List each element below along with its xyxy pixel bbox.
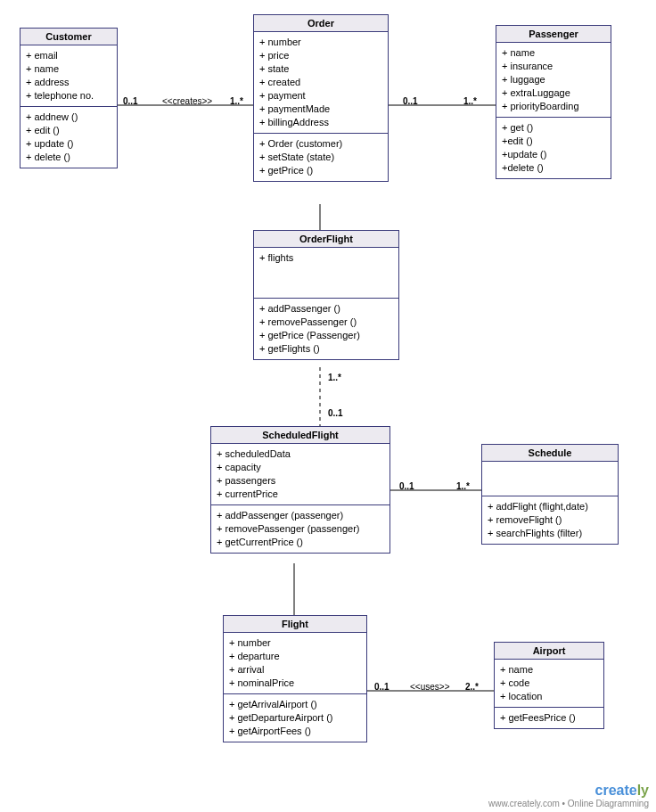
class-operations: + addFlight (flight,date) + removeFlight… (482, 496, 618, 544)
footer-tagline: www.creately.com • Online Diagramming (488, 799, 649, 808)
class-attributes: + flights (254, 248, 398, 299)
mult-of-sf-top: 1..* (328, 373, 341, 382)
stereo-uses: <<uses>> (410, 682, 449, 692)
brand-logo: creately (595, 783, 650, 798)
class-title: ScheduledFlight (211, 427, 390, 444)
class-operations: + get () +edit () +update () +delete () (496, 118, 611, 178)
mult-sf-schedule-right: 1..* (456, 481, 470, 491)
class-flight: Flight + number + departure + arrival + … (223, 615, 367, 742)
class-attributes: + number + price + state + created + pay… (254, 32, 388, 134)
mult-flight-airport-left: 0..1 (374, 682, 390, 692)
mult-customer-order-left: 0..1 (123, 96, 138, 106)
class-operations: + addPassenger (passenger) + removePasse… (211, 505, 390, 553)
class-operations: + addPassenger () + removePassenger () +… (254, 299, 398, 359)
class-attributes: + scheduledData + capacity + passengers … (211, 444, 390, 505)
class-operations: + Order (customer) + setState (state) + … (254, 134, 388, 181)
class-operations: + getFeesPrice () (495, 708, 603, 728)
class-title: Airport (495, 643, 603, 660)
mult-order-passenger-right: 1..* (463, 96, 477, 106)
class-title: Passenger (496, 26, 611, 43)
class-attributes: + number + departure + arrival + nominal… (224, 633, 366, 694)
class-title: Customer (20, 29, 117, 45)
class-passenger: Passenger + name + insurance + luggage +… (496, 25, 611, 179)
mult-flight-airport-right: 2..* (465, 682, 479, 692)
class-title: Schedule (482, 445, 618, 462)
mult-of-sf-bottom: 0..1 (328, 408, 343, 418)
class-orderflight: OrderFlight + flights + addPassenger () … (253, 230, 399, 360)
class-operations: + addnew () + edit () + update () + dele… (20, 107, 117, 168)
class-order: Order + number + price + state + created… (253, 14, 389, 182)
class-schedule: Schedule + addFlight (flight,date) + rem… (481, 444, 619, 545)
class-title: Flight (224, 616, 366, 633)
class-customer: Customer + email + name + address + tele… (20, 28, 118, 168)
class-airport: Airport + name + code + location + getFe… (494, 642, 604, 729)
class-operations: + getArrivalAirport () + getDepartureAir… (224, 694, 366, 742)
class-attributes: + name + code + location (495, 660, 603, 708)
mult-sf-schedule-left: 0..1 (399, 481, 414, 491)
stereo-creates: <<creates>> (162, 96, 212, 106)
class-scheduledflight: ScheduledFlight + scheduledData + capaci… (210, 426, 390, 554)
class-title: OrderFlight (254, 231, 398, 248)
class-attributes: + name + insurance + luggage + extraLugg… (496, 43, 611, 118)
footer: creately www.creately.com • Online Diagr… (488, 783, 649, 808)
class-title: Order (254, 15, 388, 32)
mult-customer-order-right: 1..* (230, 96, 243, 106)
class-attributes (482, 462, 618, 496)
class-attributes: + email + name + address + telephone no. (20, 45, 117, 107)
mult-order-passenger-left: 0..1 (403, 96, 418, 106)
